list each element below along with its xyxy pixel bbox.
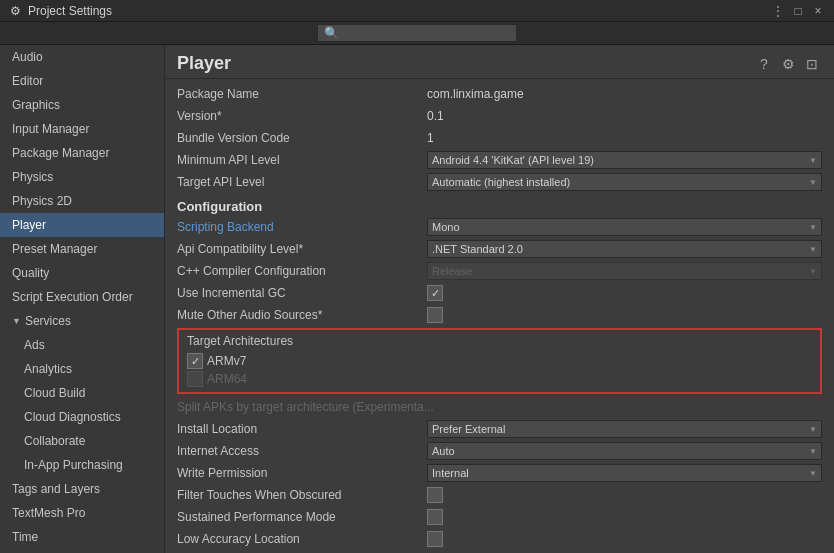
sidebar-item-audio[interactable]: Audio bbox=[0, 45, 164, 69]
search-input[interactable] bbox=[317, 24, 517, 42]
dropdown-3[interactable]: Android 4.4 'KitKat' (API level 19)▼ bbox=[427, 151, 822, 169]
field-label-8: C++ Compiler Configuration bbox=[177, 264, 427, 278]
content-area: Player ? ⚙ ⊡ Package Namecom.linxima.gam… bbox=[165, 45, 834, 553]
dropdown-13[interactable]: Prefer External▼ bbox=[427, 420, 822, 438]
checkbox-row-16: Filter Touches When Obscured bbox=[165, 484, 834, 506]
settings-row-4: Target API LevelAutomatic (highest insta… bbox=[165, 171, 834, 193]
sidebar-item-package-manager[interactable]: Package Manager bbox=[0, 141, 164, 165]
sidebar-item-editor[interactable]: Editor bbox=[0, 69, 164, 93]
menu-btn[interactable]: ⋮ bbox=[770, 3, 786, 19]
sidebar: AudioEditorGraphicsInput ManagerPackage … bbox=[0, 45, 165, 553]
arch-label-0: ARMv7 bbox=[207, 354, 246, 368]
sidebar-item-cloud-build[interactable]: Cloud Build bbox=[0, 381, 164, 405]
split-apk-row: Split APKs by target architecture (Exper… bbox=[165, 396, 834, 418]
field-value-3: Android 4.4 'KitKat' (API level 19)▼ bbox=[427, 151, 822, 169]
settings-row-0: Package Namecom.linxima.game bbox=[165, 83, 834, 105]
dropdown-disabled-8: Release▼ bbox=[427, 262, 822, 280]
field-value-14: Auto▼ bbox=[427, 442, 822, 460]
field-label-6: Scripting Backend bbox=[177, 220, 427, 234]
sidebar-item-textmesh-pro[interactable]: TextMesh Pro bbox=[0, 501, 164, 525]
sidebar-item-physics[interactable]: Physics bbox=[0, 165, 164, 189]
settings-row-14: Internet AccessAuto▼ bbox=[165, 440, 834, 462]
dropdown-4[interactable]: Automatic (highest installed)▼ bbox=[427, 173, 822, 191]
section-title-5: Configuration bbox=[165, 193, 834, 216]
sidebar-item-physics-2d[interactable]: Physics 2D bbox=[0, 189, 164, 213]
sidebar-item-time[interactable]: Time bbox=[0, 525, 164, 549]
checkbox-10[interactable] bbox=[427, 307, 443, 323]
sidebar-item-timeline[interactable]: Timeline bbox=[0, 549, 164, 553]
sidebar-item-tags-and-layers[interactable]: Tags and Layers bbox=[0, 477, 164, 501]
split-apk-label: Split APKs by target architecture (Exper… bbox=[177, 400, 434, 414]
field-value-0: com.linxima.game bbox=[427, 87, 822, 101]
checkbox-label-10: Mute Other Audio Sources* bbox=[177, 308, 427, 322]
arch-label-1: ARM64 bbox=[207, 372, 247, 386]
search-bar bbox=[0, 22, 834, 45]
field-value-15: Internal▼ bbox=[427, 464, 822, 482]
sidebar-item-player[interactable]: Player bbox=[0, 213, 164, 237]
settings-row-3: Minimum API LevelAndroid 4.4 'KitKat' (A… bbox=[165, 149, 834, 171]
checkbox-label-16: Filter Touches When Obscured bbox=[177, 488, 427, 502]
field-value-4: Automatic (highest installed)▼ bbox=[427, 173, 822, 191]
title-bar: ⚙ Project Settings ⋮ □ × bbox=[0, 0, 834, 22]
sidebar-item-in-app-purchasing[interactable]: In-App Purchasing bbox=[0, 453, 164, 477]
field-value-7: .NET Standard 2.0▼ bbox=[427, 240, 822, 258]
sidebar-item-collaborate[interactable]: Collaborate bbox=[0, 429, 164, 453]
window-title: Project Settings bbox=[28, 4, 770, 18]
field-label-2: Bundle Version Code bbox=[177, 131, 427, 145]
arch-row-0: ARMv7 bbox=[183, 352, 816, 370]
sidebar-item-analytics[interactable]: Analytics bbox=[0, 357, 164, 381]
sidebar-item-cloud-diagnostics[interactable]: Cloud Diagnostics bbox=[0, 405, 164, 429]
sidebar-item-services[interactable]: Services bbox=[0, 309, 164, 333]
close-btn[interactable]: × bbox=[810, 3, 826, 19]
dropdown-6[interactable]: Mono▼ bbox=[427, 218, 822, 236]
title-bar-controls: ⋮ □ × bbox=[770, 3, 826, 19]
checkbox-17[interactable] bbox=[427, 509, 443, 525]
sidebar-item-input-manager[interactable]: Input Manager bbox=[0, 117, 164, 141]
window-icon: ⚙ bbox=[8, 4, 22, 18]
content-header: Player ? ⚙ ⊡ bbox=[165, 45, 834, 79]
checkbox-row-10: Mute Other Audio Sources* bbox=[165, 304, 834, 326]
sidebar-item-quality[interactable]: Quality bbox=[0, 261, 164, 285]
checkbox-row-18: Low Accuracy Location bbox=[165, 528, 834, 550]
sidebar-item-preset-manager[interactable]: Preset Manager bbox=[0, 237, 164, 261]
field-value-13: Prefer External▼ bbox=[427, 420, 822, 438]
dropdown-7[interactable]: .NET Standard 2.0▼ bbox=[427, 240, 822, 258]
dropdown-15[interactable]: Internal▼ bbox=[427, 464, 822, 482]
arch-row-1: ARM64 bbox=[183, 370, 816, 388]
checkbox-16[interactable] bbox=[427, 487, 443, 503]
field-value-2: 1 bbox=[427, 131, 822, 145]
field-label-14: Internet Access bbox=[177, 444, 427, 458]
field-value-1: 0.1 bbox=[427, 109, 822, 123]
field-label-0: Package Name bbox=[177, 87, 427, 101]
checkbox-18[interactable] bbox=[427, 531, 443, 547]
settings-row-1: Version*0.1 bbox=[165, 105, 834, 127]
field-label-7: Api Compatibility Level* bbox=[177, 242, 427, 256]
arch-checkbox-1 bbox=[187, 371, 203, 387]
field-label-4: Target API Level bbox=[177, 175, 427, 189]
arch-checkbox-0[interactable] bbox=[187, 353, 203, 369]
maximize-btn[interactable]: □ bbox=[790, 3, 806, 19]
sidebar-item-script-execution[interactable]: Script Execution Order bbox=[0, 285, 164, 309]
checkbox-label-9: Use Incremental GC bbox=[177, 286, 427, 300]
dropdown-14[interactable]: Auto▼ bbox=[427, 442, 822, 460]
field-value-6: Mono▼ bbox=[427, 218, 822, 236]
settings-row-13: Install LocationPrefer External▼ bbox=[165, 418, 834, 440]
checkbox-row-17: Sustained Performance Mode bbox=[165, 506, 834, 528]
header-icons: ? ⚙ ⊡ bbox=[754, 54, 822, 74]
settings-row-6: Scripting BackendMono▼ bbox=[165, 216, 834, 238]
field-label-1: Version* bbox=[177, 109, 427, 123]
target-arch-box: Target ArchitecturesARMv7ARM64 bbox=[177, 328, 822, 394]
checkbox-9[interactable] bbox=[427, 285, 443, 301]
help-icon[interactable]: ? bbox=[754, 54, 774, 74]
sidebar-item-graphics[interactable]: Graphics bbox=[0, 93, 164, 117]
field-value-8: Release▼ bbox=[427, 262, 822, 280]
checkbox-label-18: Low Accuracy Location bbox=[177, 532, 427, 546]
settings-row-7: Api Compatibility Level*.NET Standard 2.… bbox=[165, 238, 834, 260]
target-arch-title: Target Architectures bbox=[183, 334, 816, 348]
sidebar-item-ads[interactable]: Ads bbox=[0, 333, 164, 357]
settings-scroll-area[interactable]: Package Namecom.linxima.gameVersion*0.1B… bbox=[165, 79, 834, 553]
settings-row-8: C++ Compiler ConfigurationRelease▼ bbox=[165, 260, 834, 282]
settings-icon[interactable]: ⚙ bbox=[778, 54, 798, 74]
layout-icon[interactable]: ⊡ bbox=[802, 54, 822, 74]
field-label-15: Write Permission bbox=[177, 466, 427, 480]
